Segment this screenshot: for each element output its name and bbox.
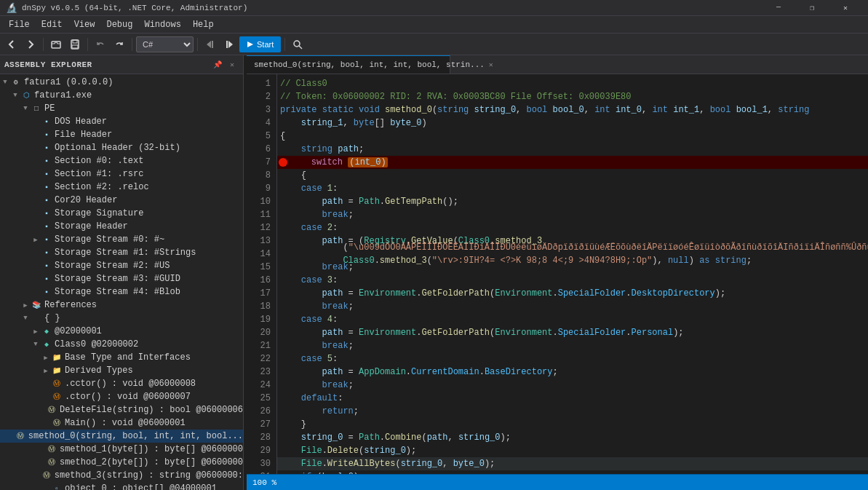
tree-node-label: fatura1 (0.0.0.0): [24, 77, 113, 87]
tree-item-stream-4[interactable]: ▪ Storage Stream #4: #Blob: [0, 285, 243, 299]
forward-button[interactable]: [22, 36, 39, 53]
search-button[interactable]: [289, 36, 306, 53]
tree-node-icon: Ⓜ: [46, 457, 57, 468]
tree-arrow: [36, 405, 46, 415]
tree-item-ctor[interactable]: Ⓜ .ctor() : void @06000007: [0, 390, 243, 403]
tree-item-stream-2[interactable]: ▪ Storage Stream #2: #US: [0, 259, 243, 272]
tree-item-dos-header[interactable]: ▪ DOS Header: [0, 115, 243, 128]
code-line-8[interactable]: {: [277, 169, 868, 182]
tree-item-stream-1[interactable]: ▪ Storage Stream #1: #Strings: [0, 246, 243, 259]
tree-item-cctor[interactable]: Ⓜ .cctor() : void @06000008: [0, 377, 243, 390]
code-line-29[interactable]: File.Delete(string_0);: [277, 444, 868, 457]
tree-item-smethod_3[interactable]: Ⓜ smethod_3(string) : string @0600000:: [0, 469, 243, 482]
close-button[interactable]: ✕: [829, 0, 862, 16]
code-line-24[interactable]: break;: [277, 379, 868, 392]
tree-item-file-header[interactable]: ▪ File Header: [0, 128, 243, 141]
tree-item-smethod_0[interactable]: Ⓜ smethod_0(string, bool, int, int, bool…: [0, 430, 243, 443]
menu-help[interactable]: Help: [187, 16, 220, 33]
tree-item-object_0[interactable]: ▫ object_0 : object[] @04000001: [0, 482, 243, 490]
tree-item-class0[interactable]: ▼ ◆ Class0 @02000002: [0, 338, 243, 351]
tree-item-stream-3[interactable]: ▪ Storage Stream #3: #GUID: [0, 272, 243, 285]
tree-item-deletefile[interactable]: Ⓜ DeleteFile(string) : bool @06000006: [0, 403, 243, 416]
redo-button[interactable]: [111, 36, 128, 53]
back-button[interactable]: [3, 36, 20, 53]
code-text: path = Environment.GetFolderPath(Environ…: [280, 326, 684, 339]
tab-close-button[interactable]: ✕: [489, 60, 493, 70]
code-line-1[interactable]: // Class0: [277, 77, 868, 90]
code-text: private static void smethod_0(string str…: [280, 103, 809, 116]
tree-item-section-rsrc[interactable]: ▪ Section #1: .rsrc: [0, 167, 243, 181]
code-line-10[interactable]: path = Path.GetTempPath();: [277, 195, 868, 208]
menu-view[interactable]: View: [68, 16, 101, 33]
tree-arrow: [4, 431, 15, 441]
code-content[interactable]: // Class0// Token: 0x06000002 RID: 2 RVA…: [277, 74, 868, 474]
menu-edit[interactable]: Edit: [36, 16, 68, 33]
undo-button[interactable]: [92, 36, 109, 53]
menu-file[interactable]: File: [3, 16, 36, 33]
line-number-12: 12: [247, 221, 276, 234]
maximize-button[interactable]: ❐: [795, 0, 829, 16]
code-line-2[interactable]: // Token: 0x06000002 RID: 2 RVA: 0x0003B…: [277, 90, 868, 103]
menu-debug[interactable]: Debug: [100, 16, 138, 33]
open-button[interactable]: [47, 36, 65, 53]
code-line-14[interactable]: ("\u009dÔÔ0ÄÅPËÎÎÏÐÒÈÊÄÎÏÐiÄÎÏÐU0éëüïøÄD…: [277, 248, 868, 261]
code-line-26[interactable]: return;: [277, 405, 868, 418]
line-number-22: 22: [247, 352, 276, 365]
tree-item-smethod_1[interactable]: Ⓜ smethod_1(byte[]) : byte[] @0600000: [0, 443, 243, 456]
tree-item-braces[interactable]: ▼ { }: [0, 312, 243, 325]
code-line-30[interactable]: File.WriteAllBytes(string_0, byte_0);: [277, 457, 868, 470]
code-line-25[interactable]: default:: [277, 392, 868, 405]
code-line-3[interactable]: private static void smethod_0(string str…: [277, 103, 868, 116]
language-selector[interactable]: C# IL IL with C#: [136, 36, 194, 52]
tree-item-references[interactable]: ▶ 📚 References: [0, 299, 243, 312]
code-line-31[interactable]: if (bool_0): [277, 470, 868, 474]
tree-item-storage-hdr[interactable]: ▪ Storage Header: [0, 220, 243, 233]
tree-item-assembly-fatura1[interactable]: ▼ ⚙ fatura1 (0.0.0.0): [0, 76, 243, 89]
code-line-27[interactable]: }: [277, 418, 868, 431]
code-line-19[interactable]: case 4:: [277, 313, 868, 326]
code-line-12[interactable]: case 2:: [277, 221, 868, 234]
code-line-17[interactable]: path = Environment.GetFolderPath(Environ…: [277, 287, 868, 300]
save-button[interactable]: [66, 36, 84, 53]
minimize-button[interactable]: ─: [762, 0, 795, 16]
tree-item-section-text[interactable]: ▪ Section #0: .text: [0, 154, 243, 167]
code-line-16[interactable]: case 3:: [277, 274, 868, 287]
menu-windows[interactable]: Windows: [138, 16, 186, 33]
sidebar-pin-button[interactable]: 📌: [211, 58, 224, 71]
code-line-21[interactable]: break;: [277, 339, 868, 352]
code-line-23[interactable]: path = AppDomain.CurrentDomain.BaseDirec…: [277, 365, 868, 379]
tree-item-optional-header[interactable]: ▪ Optional Header (32-bit): [0, 141, 243, 154]
tree-item-pe-node[interactable]: ▼ □ PE: [0, 102, 243, 115]
code-line-4[interactable]: string_1, byte[] byte_0): [277, 116, 868, 130]
code-line-11[interactable]: break;: [277, 208, 868, 221]
code-line-7[interactable]: switch (int_0): [277, 156, 868, 169]
tree-node-icon: ▪: [41, 273, 52, 285]
tree-item-stream-0[interactable]: ▶ ▪ Storage Stream #0: #~: [0, 233, 243, 246]
code-line-18[interactable]: break;: [277, 300, 868, 313]
code-line-15[interactable]: break;: [277, 261, 868, 274]
line-number-19: 19: [247, 313, 276, 326]
tree-node-label: .cctor() : void @06000008: [65, 379, 196, 389]
tree-node-icon: ▪: [41, 194, 52, 206]
debug-step-fwd[interactable]: [220, 36, 238, 53]
line-number-17: 17: [247, 287, 276, 300]
code-line-9[interactable]: case 1:: [277, 182, 868, 195]
tree-item-smethod_2[interactable]: Ⓜ smethod_2(byte[]) : byte[] @0600000: [0, 456, 243, 469]
code-line-20[interactable]: path = Environment.GetFolderPath(Environ…: [277, 326, 868, 339]
code-line-28[interactable]: string_0 = Path.Combine(path, string_0);: [277, 431, 868, 444]
code-line-22[interactable]: case 5:: [277, 352, 868, 365]
tree-item-derived-types[interactable]: ▶ 📁 Derived Types: [0, 364, 243, 377]
tree-item-cor20-header[interactable]: ▪ Cor20 Header: [0, 194, 243, 207]
tree-item-storage-sig[interactable]: ▪ Storage Signature: [0, 207, 243, 220]
sidebar-close-button[interactable]: ✕: [226, 58, 239, 71]
debug-step-back[interactable]: [202, 36, 219, 53]
tree-item-exe-fatura1[interactable]: ▼ ⬡ fatura1.exe: [0, 89, 243, 102]
tree-item-module[interactable]: ▶ ◆ @02000001: [0, 325, 243, 338]
tree-item-section-reloc[interactable]: ▪ Section #2: .reloc: [0, 181, 243, 194]
active-tab[interactable]: smethod_0(string, bool, int, int, bool, …: [247, 55, 450, 74]
tree-item-base-types[interactable]: ▶ 📁 Base Type and Interfaces: [0, 351, 243, 364]
tree-item-main[interactable]: Ⓜ Main() : void @06000001: [0, 416, 243, 430]
code-line-6[interactable]: string path;: [277, 143, 868, 156]
start-button[interactable]: Start: [239, 36, 281, 52]
code-line-5[interactable]: {: [277, 130, 868, 143]
